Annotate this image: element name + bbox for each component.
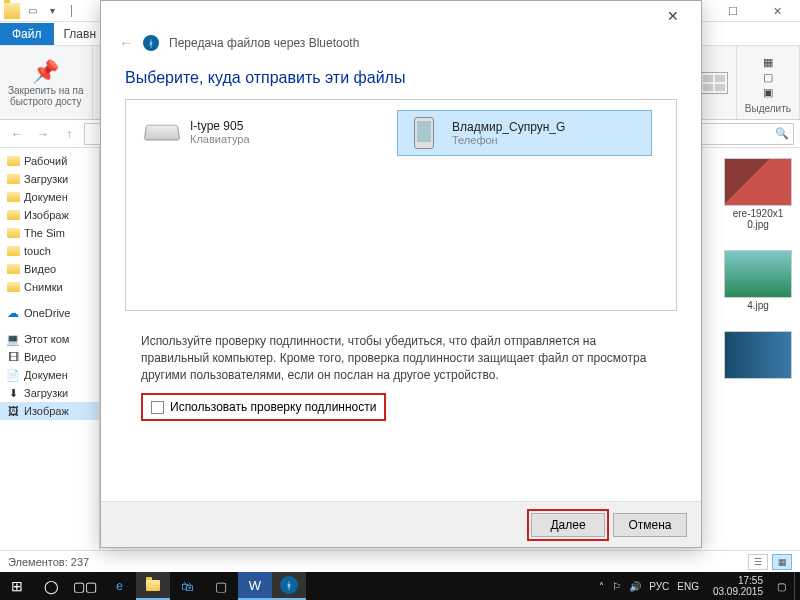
sidebar-item[interactable]: Изображ — [0, 206, 99, 224]
select-label: Выделить — [745, 103, 791, 114]
sidebar-item-icon — [6, 172, 20, 186]
sidebar-item[interactable]: Докумен — [0, 188, 99, 206]
sidebar-item[interactable]: The Sim — [0, 224, 99, 242]
device-name: Владмир_Супрун_G — [452, 120, 565, 134]
auth-checkbox-row[interactable]: Использовать проверку подлинности — [145, 397, 382, 417]
dialog-description: Используйте проверку подлинности, чтобы … — [125, 333, 677, 383]
notifications-icon[interactable]: ▢ — [777, 581, 786, 592]
system-tray[interactable]: ˄ ⚐ 🔊 РУС ENG 17:55 03.09.2015 ▢ — [591, 575, 794, 597]
sidebar-item-label: Видео — [24, 351, 56, 363]
qat-props-icon[interactable]: ▭ — [24, 3, 40, 19]
kbd-indicator[interactable]: ENG — [677, 581, 699, 592]
thumb-caption: ere-1920x10.jpg — [724, 208, 792, 230]
qat-new-icon[interactable]: ▾ — [44, 3, 60, 19]
keyboard-icon — [144, 125, 181, 141]
dialog-back-button[interactable]: ← — [119, 35, 133, 51]
sidebar-item-label: Изображ — [24, 405, 69, 417]
sidebar-item-icon: ☁ — [6, 306, 20, 320]
date: 03.09.2015 — [713, 586, 763, 597]
thumb-image — [724, 250, 792, 298]
sidebar-item[interactable]: Снимки — [0, 278, 99, 296]
sidebar-item-icon: 🎞 — [6, 350, 20, 364]
sidebar-item[interactable]: Загрузки — [0, 170, 99, 188]
device-type: Клавиатура — [190, 133, 250, 145]
sidebar-item[interactable]: ⬇Загрузки — [0, 384, 99, 402]
sidebar-item[interactable]: Видео — [0, 260, 99, 278]
dialog-heading: Выберите, куда отправить эти файлы — [125, 69, 677, 87]
sidebar-item-icon: 🖼 — [6, 404, 20, 418]
tray-security-icon[interactable]: ⚐ — [612, 581, 621, 592]
view-thumbs-icon[interactable]: ▦ — [772, 554, 792, 570]
auth-checkbox-label: Использовать проверку подлинности — [170, 400, 376, 414]
device-list: I-type 905КлавиатураВладмир_Супрун_GТеле… — [125, 99, 677, 311]
time: 17:55 — [713, 575, 763, 586]
sidebar-item-label: Этот ком — [24, 333, 69, 345]
sidebar-item-label: Докумен — [24, 191, 68, 203]
select-all-icon: ▦ — [763, 56, 773, 69]
explorer-taskbar-icon[interactable] — [136, 572, 170, 600]
select-group[interactable]: ▦ ▢ ▣ Выделить — [737, 46, 800, 119]
sidebar-item-label: Рабочий — [24, 155, 67, 167]
dialog-close-button[interactable]: ✕ — [653, 2, 693, 30]
thumb-image — [724, 158, 792, 206]
view-details-icon[interactable]: ☰ — [748, 554, 768, 570]
sidebar-item[interactable]: 🎞Видео — [0, 348, 99, 366]
sidebar-item-icon: 📄 — [6, 368, 20, 382]
up-button[interactable]: ↑ — [58, 123, 80, 145]
device-type: Телефон — [452, 134, 565, 146]
edge-icon[interactable]: ｅ — [102, 572, 136, 600]
clock[interactable]: 17:55 03.09.2015 — [707, 575, 769, 597]
thumb-image — [724, 331, 792, 379]
select-none-icon: ▢ — [763, 71, 773, 84]
invert-icon: ▣ — [763, 86, 773, 99]
device-name: I-type 905 — [190, 119, 250, 133]
taskview-button[interactable]: ▢▢ — [68, 572, 102, 600]
show-desktop[interactable] — [794, 572, 800, 600]
pin-icon: 📌 — [32, 59, 59, 85]
sidebar-item-icon: ⬇ — [6, 386, 20, 400]
tray-up-icon[interactable]: ˄ — [599, 581, 604, 592]
nav-pane: РабочийЗагрузкиДокуменИзображThe Simtouc… — [0, 148, 100, 550]
file-tab[interactable]: Файл — [0, 23, 54, 45]
back-button[interactable]: ← — [6, 123, 28, 145]
start-button[interactable]: ⊞ — [0, 572, 34, 600]
app-icon-1[interactable]: ▢ — [204, 572, 238, 600]
sidebar-item-label: Докумен — [24, 369, 68, 381]
forward-button[interactable]: → — [32, 123, 54, 145]
tray-volume-icon[interactable]: 🔊 — [629, 581, 641, 592]
lang-indicator[interactable]: РУС — [649, 581, 669, 592]
pin-label-1: Закрепить на па — [8, 85, 84, 96]
sidebar-item[interactable]: 🖼Изображ — [0, 402, 99, 420]
thumbnail[interactable] — [724, 331, 792, 381]
bluetooth-taskbar-icon[interactable]: ᚼ — [272, 572, 306, 600]
sidebar-item[interactable]: 💻Этот ком — [0, 330, 99, 348]
device-item[interactable]: Владмир_Супрун_GТелефон — [397, 110, 652, 156]
thumbnail[interactable]: 4.jpg — [724, 250, 792, 311]
close-button[interactable]: ✕ — [755, 0, 800, 22]
thumbnail[interactable]: ere-1920x10.jpg — [724, 158, 792, 230]
layout-icon[interactable] — [700, 72, 728, 94]
sidebar-item-label: touch — [24, 245, 51, 257]
pin-group[interactable]: 📌 Закрепить на па быстрого досту — [0, 46, 93, 119]
sidebar-item-label: Загрузки — [24, 173, 68, 185]
sidebar-item[interactable]: Рабочий — [0, 152, 99, 170]
maximize-button[interactable]: ☐ — [710, 0, 755, 22]
sidebar-item-icon — [6, 226, 20, 240]
sidebar-item[interactable]: touch — [0, 242, 99, 260]
next-button[interactable]: Далее — [531, 513, 605, 537]
search-button[interactable]: ◯ — [34, 572, 68, 600]
sidebar-item-label: Загрузки — [24, 387, 68, 399]
home-tab[interactable]: Главн — [54, 23, 107, 45]
auth-checkbox[interactable] — [151, 401, 164, 414]
sidebar-item-label: OneDrive — [24, 307, 70, 319]
device-item[interactable]: I-type 905Клавиатура — [136, 110, 391, 154]
sidebar-item[interactable]: ☁OneDrive — [0, 304, 99, 322]
sidebar-item[interactable]: 📄Докумен — [0, 366, 99, 384]
sidebar-item-icon — [6, 244, 20, 258]
word-icon[interactable]: W — [238, 572, 272, 600]
cancel-button[interactable]: Отмена — [613, 513, 687, 537]
sidebar-item-icon — [6, 280, 20, 294]
search-icon: 🔍 — [775, 127, 789, 140]
store-icon[interactable]: 🛍 — [170, 572, 204, 600]
phone-icon — [414, 117, 434, 149]
